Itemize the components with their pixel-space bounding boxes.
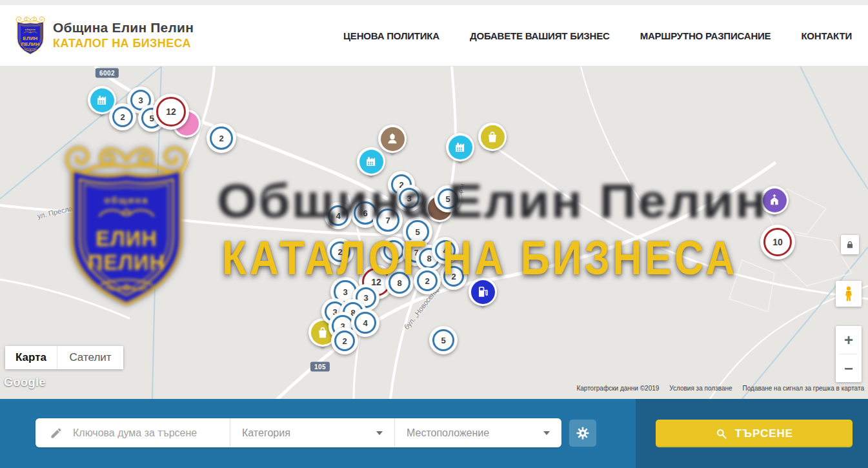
top-strip (0, 0, 868, 5)
cluster-marker[interactable]: 4 (432, 237, 459, 264)
main-nav: ЦЕНОВА ПОЛИТИКА ДОБАВЕТЕ ВАШИЯТ БИЗНЕС М… (343, 5, 852, 66)
pencil-icon (50, 427, 63, 440)
cluster-count: 10 (772, 237, 783, 247)
satellite-tab[interactable]: Сателит (57, 346, 123, 369)
cluster-count: 8 (427, 254, 431, 263)
nav-item-pricing[interactable]: ЦЕНОВА ПОЛИТИКА (343, 30, 439, 41)
header: Община Елин Пелин КАТАЛОГ НА БИЗНЕСА ЦЕН… (0, 5, 868, 66)
cluster-count: 3 (138, 96, 143, 105)
fuel-icon (476, 285, 490, 299)
lock-control-button[interactable] (841, 235, 859, 254)
cluster-count: 4 (336, 211, 340, 221)
cluster-marker[interactable]: 2 (414, 267, 441, 294)
cluster-count: 3 (407, 194, 411, 203)
cluster-count: 2 (391, 246, 396, 256)
road-number-badge: 105 (310, 362, 330, 372)
pin-core (481, 125, 505, 149)
search-fields: Категория Местоположение (35, 418, 561, 447)
search-bar: Категория Местоположение ТЪРСЕНЕ (0, 399, 868, 468)
road-number-badge: 6002 (96, 68, 119, 78)
map-canvas[interactable]: 3251222364755227842128233383425106002105… (0, 66, 868, 399)
advanced-settings-button[interactable] (569, 420, 596, 447)
cluster-marker[interactable]: 5 (434, 185, 461, 212)
report-error-link[interactable]: Подаване на сигнал за грешка в картата (743, 385, 864, 392)
worker-icon (385, 132, 399, 146)
zoom-in-button[interactable]: + (836, 326, 862, 354)
keyword-input[interactable] (72, 427, 230, 440)
cluster-marker[interactable]: 2 (331, 327, 358, 354)
pin-core (90, 88, 114, 112)
cluster-marker[interactable]: 2 (207, 123, 236, 153)
cluster-marker[interactable]: 3 (396, 185, 423, 212)
cluster-count: 5 (445, 194, 450, 204)
cluster-count: 3 (363, 293, 368, 303)
chevron-down-icon (543, 431, 550, 435)
cluster-count: 2 (338, 247, 342, 257)
cluster-count: 8 (397, 278, 401, 288)
factory-icon (95, 93, 109, 107)
keyword-field (35, 418, 230, 447)
cluster-count: 4 (363, 318, 367, 328)
nav-item-bus-schedule[interactable]: МАРШРУТНО РАЗПИСАНИЕ (640, 30, 771, 41)
cluster-marker[interactable]: 4 (325, 202, 352, 229)
search-button-label: ТЪРСЕНЕ (735, 427, 793, 440)
cluster-marker[interactable]: 2 (327, 238, 354, 265)
factory-marker[interactable] (357, 147, 385, 176)
cluster-count: 2 (342, 336, 347, 346)
factory-icon (364, 154, 378, 168)
cluster-count: 2 (425, 276, 429, 286)
page: Община Елин Пелин КАТАЛОГ НА БИЗНЕСА ЦЕН… (0, 0, 868, 468)
zoom-out-button[interactable]: − (836, 354, 862, 382)
shopping-bag-icon (485, 130, 500, 144)
location-select[interactable]: Местоположение (395, 418, 561, 447)
nav-item-add-business[interactable]: ДОБАВЕТЕ ВАШИЯТ БИЗНЕС (470, 30, 610, 41)
cluster-marker[interactable]: 5 (429, 326, 458, 354)
category-select-value: Категория (242, 427, 290, 439)
pegman-icon (840, 285, 857, 302)
pin-core (359, 150, 383, 174)
cluster-count: 12 (166, 107, 176, 117)
site-subtitle: КАТАЛОГ НА БИЗНЕСА (53, 37, 194, 50)
cluster-marker[interactable]: 7 (373, 205, 403, 235)
chevron-down-icon (376, 431, 383, 435)
shopping-bag-marker[interactable] (478, 123, 507, 151)
pin-core (763, 188, 787, 212)
cluster-count: 7 (385, 216, 390, 225)
search-icon (715, 427, 727, 440)
cluster-marker[interactable]: 12 (153, 94, 189, 130)
church-marker[interactable] (760, 186, 789, 214)
cluster-marker[interactable]: 2 (109, 103, 136, 130)
cluster-marker[interactable]: 10 (760, 225, 795, 259)
cluster-count: 6 (363, 209, 367, 218)
gear-icon (576, 426, 590, 440)
pegman-button[interactable] (836, 281, 862, 307)
cluster-count: 5 (441, 336, 445, 345)
location-select-value: Местоположение (407, 427, 489, 439)
nav-item-contacts[interactable]: КОНТАКТИ (801, 30, 852, 41)
fuel-marker[interactable] (469, 278, 497, 306)
search-button[interactable]: ТЪРСЕНЕ (656, 420, 853, 447)
map-data-label: Картографски данни ©2019 (576, 385, 659, 392)
cluster-count: 4 (443, 246, 447, 256)
category-select[interactable]: Категория (230, 418, 395, 447)
zoom-control: + − (836, 326, 862, 382)
cluster-count: 5 (415, 227, 419, 237)
pin-core (449, 136, 472, 159)
map-attribution: Картографски данни ©2019 Условия за полз… (576, 385, 864, 392)
terms-link[interactable]: Условия за ползване (669, 385, 732, 392)
church-icon (767, 193, 782, 207)
cluster-count: 2 (451, 272, 456, 281)
logo-link[interactable]: Община Елин Пелин КАТАЛОГ НА БИЗНЕСА (14, 14, 194, 56)
google-logo[interactable]: Google (4, 376, 46, 389)
factory-marker[interactable] (446, 133, 474, 161)
site-title: Община Елин Пелин (53, 20, 194, 36)
map-type-control: Карта Сателит (5, 346, 123, 369)
cluster-count: 3 (343, 287, 347, 297)
map-tab[interactable]: Карта (5, 346, 57, 369)
municipality-crest-icon (14, 14, 46, 56)
cluster-count: 2 (219, 134, 223, 143)
shopping-bag-icon (316, 325, 330, 340)
cluster-marker[interactable]: 8 (385, 269, 414, 297)
cluster-count: 2 (120, 112, 125, 122)
cluster-marker[interactable]: 2 (440, 263, 467, 290)
